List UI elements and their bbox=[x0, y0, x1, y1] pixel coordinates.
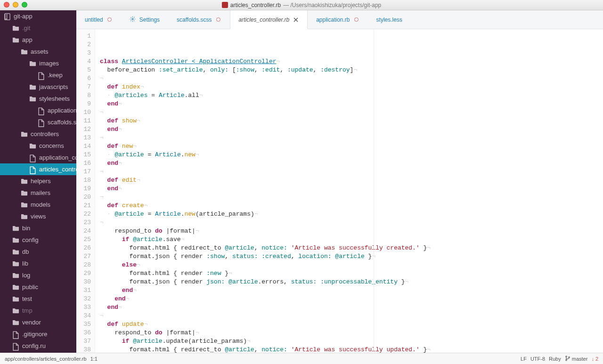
tree-item[interactable]: .gitignore bbox=[0, 328, 76, 340]
code-line[interactable]: end¬ bbox=[100, 185, 603, 193]
line-number[interactable]: 12 bbox=[76, 125, 91, 134]
line-number[interactable]: 37 bbox=[76, 337, 91, 346]
zoom-window-button[interactable] bbox=[22, 2, 27, 8]
tree-item[interactable]: bin bbox=[0, 222, 76, 234]
code-line[interactable]: format.json { render :show, status: :cre… bbox=[100, 252, 603, 261]
code-line[interactable]: · @article = Article.new¬ bbox=[100, 151, 603, 159]
tree-item[interactable]: tmp bbox=[0, 305, 76, 316]
tree-item[interactable]: mailers bbox=[0, 187, 76, 199]
code-line[interactable]: ¬ bbox=[100, 168, 603, 176]
status-eol[interactable]: LF bbox=[521, 356, 527, 362]
code-line[interactable]: else¬ bbox=[100, 261, 603, 269]
code-line[interactable]: def index¬ bbox=[100, 83, 603, 91]
code-line[interactable]: before_action :set_article, only: [:show… bbox=[100, 66, 603, 74]
line-number[interactable]: 7 bbox=[76, 83, 91, 91]
tree-item[interactable]: .keep bbox=[0, 69, 76, 81]
code-line[interactable]: if @article.save¬ bbox=[100, 235, 603, 244]
tree-item[interactable]: git-app bbox=[0, 10, 76, 22]
code-line[interactable]: if @article.update(article_params)¬ bbox=[100, 337, 603, 346]
code-editor[interactable]: 1234567891011121314151617181920212223242… bbox=[76, 29, 603, 353]
tree-item[interactable]: controllers bbox=[0, 128, 76, 140]
minimize-window-button[interactable] bbox=[13, 2, 18, 8]
code-line[interactable]: format.html { redirect_to @article, noti… bbox=[100, 244, 603, 252]
tab[interactable]: untitled bbox=[76, 10, 121, 29]
code-line[interactable]: def show¬ bbox=[100, 117, 603, 125]
line-number[interactable]: 2 bbox=[76, 40, 91, 49]
status-language[interactable]: Ruby bbox=[549, 356, 561, 362]
line-number[interactable]: 31 bbox=[76, 286, 91, 295]
line-number[interactable]: 35 bbox=[76, 320, 91, 329]
line-number[interactable]: 21 bbox=[76, 202, 91, 210]
line-number[interactable]: 36 bbox=[76, 329, 91, 337]
file-tree[interactable]: git-app.gitappassetsimages.keepjavascrip… bbox=[0, 10, 76, 353]
tree-item[interactable]: config bbox=[0, 234, 76, 246]
code-line[interactable]: format.json { render json: @article.erro… bbox=[100, 278, 603, 286]
code-line[interactable]: ¬ bbox=[100, 193, 603, 202]
line-number[interactable]: 1 bbox=[76, 32, 91, 40]
tree-item[interactable]: application.css bbox=[0, 105, 76, 116]
tree-item[interactable]: models bbox=[0, 199, 76, 210]
close-icon[interactable] bbox=[293, 17, 299, 23]
code-line[interactable]: format.html { render :new }¬ bbox=[100, 269, 603, 278]
code-line[interactable]: · @articles = Article.all¬ bbox=[100, 91, 603, 100]
line-number[interactable]: 19 bbox=[76, 185, 91, 193]
close-window-button[interactable] bbox=[4, 2, 9, 8]
line-number[interactable]: 13 bbox=[76, 134, 91, 142]
code-line[interactable]: end¬ bbox=[100, 295, 603, 303]
tab[interactable]: application.rb bbox=[308, 10, 367, 29]
code-line[interactable]: end¬ bbox=[100, 303, 603, 312]
line-number[interactable]: 25 bbox=[76, 235, 91, 244]
tree-item[interactable]: stylesheets bbox=[0, 93, 76, 105]
line-number[interactable]: 8 bbox=[76, 91, 91, 100]
line-number[interactable]: 32 bbox=[76, 295, 91, 303]
line-number[interactable]: 10 bbox=[76, 108, 91, 117]
line-number[interactable]: 33 bbox=[76, 303, 91, 312]
tree-item[interactable]: config.ru bbox=[0, 340, 76, 352]
line-number[interactable]: 14 bbox=[76, 142, 91, 151]
code-line[interactable]: · @article = Article.new(article_params)… bbox=[100, 210, 603, 218]
tree-item[interactable]: lib bbox=[0, 258, 76, 269]
code-line[interactable]: ¬ bbox=[100, 312, 603, 320]
line-number[interactable]: 20 bbox=[76, 193, 91, 202]
tree-item[interactable]: views bbox=[0, 210, 76, 222]
code-line[interactable]: end¬ bbox=[100, 286, 603, 295]
code-line[interactable]: ¬ bbox=[100, 108, 603, 117]
status-git-diff[interactable]: ↓2 bbox=[591, 356, 598, 362]
line-number[interactable]: 27 bbox=[76, 252, 91, 261]
tree-item[interactable]: concerns bbox=[0, 140, 76, 152]
tab[interactable]: articles_controller.rb bbox=[230, 10, 308, 29]
tree-item[interactable]: application_controller.rb bbox=[0, 152, 76, 163]
tree-item[interactable]: assets bbox=[0, 46, 76, 57]
tree-item[interactable]: .git bbox=[0, 22, 76, 34]
line-number[interactable]: 29 bbox=[76, 269, 91, 278]
code-line[interactable]: ¬ bbox=[100, 74, 603, 83]
tree-item[interactable]: test bbox=[0, 293, 76, 305]
code-line[interactable]: respond_to do |format|¬ bbox=[100, 227, 603, 235]
code-line[interactable]: class ArticlesController < ApplicationCo… bbox=[100, 57, 603, 66]
line-number[interactable]: 17 bbox=[76, 168, 91, 176]
line-number[interactable]: 24 bbox=[76, 227, 91, 235]
status-git-branch[interactable]: master bbox=[565, 356, 588, 362]
line-number[interactable]: 9 bbox=[76, 100, 91, 108]
tree-item[interactable]: vendor bbox=[0, 316, 76, 328]
code-line[interactable]: end¬ bbox=[100, 125, 603, 134]
tree-item[interactable]: images bbox=[0, 57, 76, 69]
line-number[interactable]: 26 bbox=[76, 244, 91, 252]
tab[interactable]: Settings bbox=[121, 10, 168, 29]
code-line[interactable]: ¬ bbox=[100, 218, 603, 227]
tree-item[interactable]: db bbox=[0, 246, 76, 258]
tree-item[interactable]: articles_controller.rb bbox=[0, 163, 76, 175]
line-number[interactable]: 28 bbox=[76, 261, 91, 269]
tree-item[interactable]: scaffolds.scss bbox=[0, 116, 76, 128]
line-number[interactable]: 38 bbox=[76, 346, 91, 353]
line-number[interactable]: 23 bbox=[76, 218, 91, 227]
line-number[interactable]: 4 bbox=[76, 57, 91, 66]
line-number[interactable]: 3 bbox=[76, 49, 91, 57]
line-number[interactable]: 18 bbox=[76, 176, 91, 185]
tree-item[interactable]: public bbox=[0, 281, 76, 293]
code-line[interactable]: format.html { redirect_to @article, noti… bbox=[100, 346, 603, 353]
tree-item[interactable]: log bbox=[0, 269, 76, 281]
tab[interactable]: styles.less bbox=[368, 10, 411, 29]
line-number[interactable]: 22 bbox=[76, 210, 91, 218]
line-number[interactable]: 30 bbox=[76, 278, 91, 286]
